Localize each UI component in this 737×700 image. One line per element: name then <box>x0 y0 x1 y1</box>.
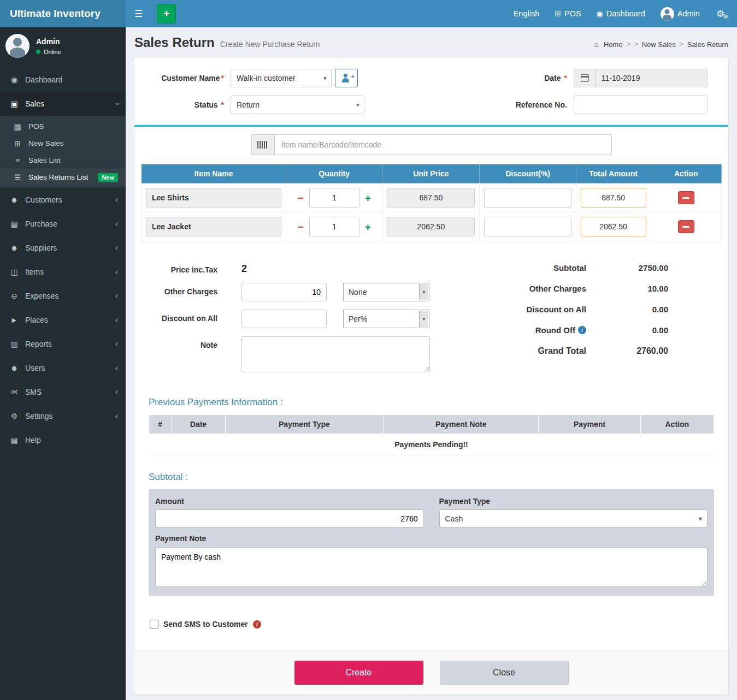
caret-down-icon: ▼ <box>419 284 428 300</box>
card-footer: Create Close <box>134 650 728 695</box>
date-field[interactable] <box>596 69 707 87</box>
reference-label: Reference No. <box>455 100 574 109</box>
discount-all-field[interactable] <box>241 310 327 328</box>
qty-decrease-button[interactable]: − <box>297 222 305 232</box>
topbar-pos-link[interactable]: ⊞ POS <box>547 0 588 27</box>
remove-item-button[interactable] <box>678 220 694 233</box>
close-button[interactable]: Close <box>440 661 569 685</box>
sidebar-item-reports[interactable]: ▥ Reports ‹ <box>0 332 126 356</box>
qty-increase-button[interactable]: + <box>364 193 372 203</box>
topbar-dashboard-link[interactable]: ◉ Dashboard <box>589 0 653 27</box>
info-icon[interactable]: i <box>253 620 261 628</box>
expenses-icon: ⊖ <box>8 292 21 300</box>
item-name-field[interactable] <box>146 217 281 236</box>
chevron-left-icon: ‹ <box>115 292 118 300</box>
customer-select-value: Walk-in customer <box>237 74 296 82</box>
unit-price-field[interactable] <box>387 188 475 207</box>
create-button[interactable]: Create <box>294 661 423 685</box>
language-label: English <box>514 9 540 18</box>
book-icon: ▤ <box>8 436 21 444</box>
breadcrumb-separator: > <box>634 40 638 48</box>
item-search-input[interactable] <box>274 134 612 155</box>
add-customer-button[interactable]: + <box>335 69 358 87</box>
settings-menu[interactable]: ⚙ ⚙ <box>707 0 737 27</box>
status-select[interactable]: Return ▾ <box>231 96 364 114</box>
amount-field[interactable] <box>155 509 424 527</box>
list-icon: ≡ <box>11 156 24 165</box>
user-name-label: Admin <box>677 9 700 18</box>
sidebar-item-suppliers[interactable]: ☻ Suppliers ‹ <box>0 236 126 260</box>
note-textarea[interactable] <box>241 336 430 372</box>
sidebar-item-purchase[interactable]: ▦ Purchase ‹ <box>0 212 126 236</box>
caret-down-icon: ▾ <box>699 515 702 523</box>
other-charges-field[interactable] <box>241 283 327 301</box>
sidebar-item-settings[interactable]: ⚙ Settings ‹ <box>0 404 126 428</box>
brand-logo[interactable]: Ultimate Inventory <box>0 0 126 27</box>
info-icon[interactable]: i <box>578 326 586 334</box>
discount-field[interactable] <box>484 188 571 207</box>
remove-item-button[interactable] <box>678 191 694 204</box>
online-dot-icon <box>36 50 40 54</box>
item-name-field[interactable] <box>146 188 281 207</box>
quantity-field[interactable] <box>309 188 359 207</box>
sidebar-item-sales-returns-list[interactable]: ☰ Sales Returns List New <box>0 169 126 186</box>
sidebar-item-items[interactable]: ◫ Items ‹ <box>0 260 126 284</box>
discount-field[interactable] <box>484 217 571 236</box>
date-label: Date * <box>455 74 574 82</box>
caret-down-icon: ▼ <box>419 311 428 327</box>
breadcrumb-new-sales[interactable]: New Sales <box>642 40 676 49</box>
sidebar-item-label: SMS <box>25 388 115 396</box>
quantity-field[interactable] <box>309 217 359 236</box>
sidebar-item-sales[interactable]: ▣ Sales ‹ <box>0 92 126 116</box>
sidebar-item-places[interactable]: ► Places ‹ <box>0 308 126 332</box>
bar-chart-icon: ▥ <box>8 340 21 348</box>
discount-all-type-select[interactable]: Per% ▼ <box>343 310 429 328</box>
language-menu[interactable]: English <box>506 0 547 27</box>
send-sms-checkbox[interactable] <box>150 620 158 628</box>
sidebar-item-help[interactable]: ▤ Help <box>0 428 126 452</box>
sidebar-menu: ◉ Dashboard ▣ Sales ‹ ▦ POS ⊞ New Sales … <box>0 68 126 452</box>
previous-payments-title: Previous Payments Information : <box>149 397 721 408</box>
hamburger-icon[interactable]: ☰ <box>126 0 151 27</box>
sidebar-item-pos[interactable]: ▦ POS <box>0 118 126 135</box>
payment-panel: Amount Payment Type Cash ▾ <box>149 489 714 596</box>
main-area: ☰ + English ⊞ POS ◉ Dashboard Admin <box>126 0 737 700</box>
chevron-left-icon: ‹ <box>115 412 118 420</box>
payment-type-value: Cash <box>445 514 463 523</box>
sidebar-item-sales-list[interactable]: ≡ Sales List <box>0 152 126 169</box>
user-menu[interactable]: Admin <box>653 0 707 27</box>
sidebar-item-dashboard[interactable]: ◉ Dashboard <box>0 68 126 92</box>
total-amount-field[interactable] <box>581 188 646 207</box>
submenu-item-label: New Sales <box>28 139 118 147</box>
reference-field[interactable] <box>574 96 707 114</box>
round-off-label: Round Off i <box>471 325 586 335</box>
items-table: Item Name Quantity Unit Price Discount(%… <box>141 164 722 241</box>
unit-price-field[interactable] <box>387 217 475 236</box>
customer-select[interactable]: Walk-in customer ▾ <box>231 69 332 87</box>
sidebar-item-sms[interactable]: ✉ SMS ‹ <box>0 380 126 404</box>
qty-increase-button[interactable]: + <box>364 222 372 232</box>
sidebar-item-customers[interactable]: ☻ Customers ‹ <box>0 188 126 212</box>
breadcrumb-home[interactable]: Home <box>604 40 623 49</box>
qty-decrease-button[interactable]: − <box>297 193 305 203</box>
total-amount-field[interactable] <box>581 217 646 236</box>
quick-add-button[interactable]: + <box>157 4 176 23</box>
discount-all-label: Discount on All <box>142 310 224 323</box>
boxes-icon: ◫ <box>8 268 21 276</box>
sidebar-item-label: Items <box>25 268 115 276</box>
payment-type-select[interactable]: Cash ▾ <box>439 509 708 527</box>
other-charges-type-select[interactable]: None ▼ <box>343 283 429 301</box>
payment-note-textarea[interactable]: Payment By cash <box>155 548 707 587</box>
list-icon: ☰ <box>11 173 24 182</box>
table-row: Payments Pending!! <box>149 434 714 455</box>
other-charges-label: Other Charges <box>142 283 224 296</box>
paper-plane-icon: ► <box>8 316 21 324</box>
col-unit-price: Unit Price <box>382 164 480 183</box>
send-sms-label: Send SMS to Customer <box>163 620 248 628</box>
calendar-icon <box>581 74 589 82</box>
sidebar-item-new-sales[interactable]: ⊞ New Sales <box>0 135 126 152</box>
sidebar-item-expenses[interactable]: ⊖ Expenses ‹ <box>0 284 126 308</box>
col-quantity: Quantity <box>286 164 382 183</box>
status-label: Status * <box>142 100 231 109</box>
sidebar-item-users[interactable]: ☻ Users ‹ <box>0 356 126 380</box>
